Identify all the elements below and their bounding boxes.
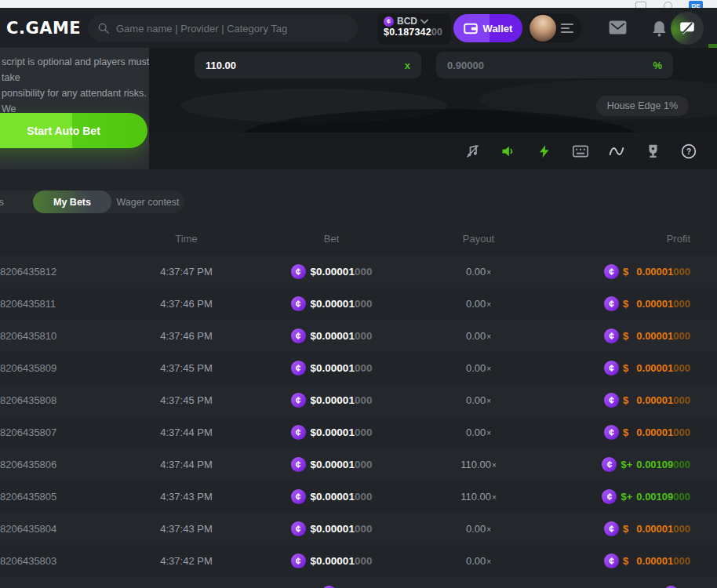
table-row[interactable]: 8206435809 4:37:45 PM ¢ $0.00001000 0.00…	[0, 352, 717, 384]
avatar[interactable]	[530, 15, 556, 42]
start-auto-bet-button[interactable]: Start Auto Bet	[0, 113, 147, 148]
bet-payout: 0.00×	[408, 330, 549, 342]
bet-time: 4:37:42 PM	[118, 555, 255, 567]
table-row[interactable]: 8206435805 4:37:43 PM ¢ $0.00001000 110.…	[0, 481, 717, 513]
table-header: Time Bet Payout Profit	[0, 233, 717, 245]
table-row[interactable]: ¢ ¢	[0, 577, 717, 588]
bcd-coin-icon: ¢	[604, 521, 619, 536]
site-header: C.GAME ¢ BCD $0.18734200 Wallet	[0, 8, 717, 48]
table-row[interactable]: 8206435804 4:37:43 PM ¢ $0.00001000 0.00…	[0, 513, 717, 545]
multiplier-suffix: x	[405, 60, 410, 71]
bet-time: 4:37:44 PM	[118, 459, 255, 470]
table-row[interactable]: 8206435803 4:37:42 PM ¢ $0.00001000 0.00…	[0, 545, 717, 577]
bet-amount: ¢ $0.00001000	[255, 521, 408, 536]
bet-payout: 110.00×	[408, 459, 549, 470]
table-row[interactable]: 8206435810 4:37:46 PM ¢ $0.00001000 0.00…	[0, 320, 717, 352]
browser-profile-icon[interactable]	[664, 2, 672, 8]
game-canvas-area: x % House Edge 1%	[149, 48, 717, 169]
search-icon	[97, 22, 110, 34]
bet-amount: ¢ $0.00001000	[255, 554, 408, 568]
bet-time: 4:37:45 PM	[118, 394, 255, 406]
bcd-coin-icon: ¢	[604, 296, 619, 311]
bet-id: 8206435812	[0, 266, 118, 278]
search-bar[interactable]	[88, 15, 358, 42]
payout-input-field[interactable]: x	[195, 52, 421, 78]
chat-off-icon	[679, 20, 695, 36]
trophy-icon[interactable]	[645, 143, 661, 159]
hotkeys-keyboard-icon[interactable]	[573, 143, 588, 159]
payout-input[interactable]	[206, 60, 405, 71]
user-menu[interactable]	[528, 13, 581, 43]
bet-payout: 0.00×	[408, 523, 549, 535]
site-logo[interactable]: C.GAME	[6, 19, 81, 38]
table-row[interactable]: 8206435812 4:37:47 PM ¢ $0.00001000 0.00…	[0, 256, 717, 288]
bets-table-body: 8206435812 4:37:47 PM ¢ $0.00001000 0.00…	[0, 256, 717, 588]
win-chance-input-field[interactable]: %	[436, 52, 673, 78]
bcd-coin-icon: ¢	[291, 489, 306, 504]
bet-id: 8206435803	[0, 555, 118, 567]
translate-extension-badge[interactable]: DE	[689, 1, 703, 8]
column-header-payout: Payout	[408, 233, 549, 245]
bet-amount: ¢ $0.00001000	[255, 264, 408, 279]
bet-profit: ¢ $0.00001000	[549, 296, 690, 311]
bet-amount: ¢ $0.00001000	[255, 393, 408, 408]
table-row[interactable]: 8206435808 4:37:45 PM ¢ $0.00001000 0.00…	[0, 384, 717, 416]
tab-my-bets[interactable]: My Bets	[33, 191, 111, 213]
bet-time: 4:37:46 PM	[118, 330, 255, 342]
bcd-coin-icon: ¢	[291, 393, 306, 408]
bet-profit: ¢ $0.00001000	[549, 425, 690, 440]
currency-code: BCD	[397, 16, 417, 27]
messages-icon[interactable]	[609, 20, 627, 38]
bet-id: 8206435805	[0, 491, 118, 503]
chat-toggle-button[interactable]	[671, 12, 704, 45]
bet-amount: ¢ $0.00001000	[255, 328, 408, 343]
browser-extension-icon[interactable]	[635, 2, 646, 8]
bet-id: 8206435806	[0, 459, 118, 470]
bet-profit: ¢ $0.00001000	[549, 554, 690, 568]
bet-time: 4:37:44 PM	[118, 426, 255, 438]
bcd-coin-icon: ¢	[604, 264, 619, 279]
bet-amount: ¢ $0.00001000	[255, 361, 408, 376]
bet-profit: ¢ $0.00001000	[549, 361, 690, 376]
wallet-balance: $0.18734200	[384, 27, 445, 38]
bet-payout: 0.00×	[408, 266, 549, 278]
tab-all-bets[interactable]: All Bets	[0, 191, 33, 213]
bet-profit: ¢ $0.00001000	[549, 264, 690, 279]
notifications-bell-icon[interactable]	[652, 20, 667, 40]
help-icon[interactable]: ?	[681, 143, 697, 159]
percent-suffix: %	[653, 60, 662, 71]
search-input[interactable]	[116, 23, 348, 34]
bet-profit: ¢ $+0.00109000	[549, 489, 690, 504]
wallet-button[interactable]: Wallet	[453, 14, 522, 42]
live-stats-icon[interactable]	[609, 143, 624, 159]
bcd-coin-icon: ¢	[291, 361, 306, 376]
table-row[interactable]: 8206435811 4:37:46 PM ¢ $0.00001000 0.00…	[0, 288, 717, 320]
turbo-bolt-icon[interactable]	[537, 143, 552, 159]
bets-history-section: All Bets My Bets Wager contest Time Bet …	[0, 169, 717, 588]
bcd-coin-icon: ¢	[291, 296, 306, 311]
bet-payout: 0.00×	[408, 394, 549, 406]
bcd-coin-icon: ¢	[291, 521, 306, 536]
table-row[interactable]: 8206435807 4:37:44 PM ¢ $0.00001000 0.00…	[0, 416, 717, 448]
bcd-coin-icon: ¢	[602, 489, 617, 504]
currency-selector[interactable]: ¢ BCD $0.18734200	[377, 13, 451, 45]
bcd-coin-icon: ¢	[291, 554, 306, 568]
music-off-icon[interactable]	[464, 143, 480, 159]
bcd-coin-icon: ¢	[291, 457, 306, 472]
tab-wager-contest[interactable]: Wager contest	[111, 191, 184, 213]
bet-time: 4:37:43 PM	[118, 491, 255, 503]
bcd-coin-icon: ¢	[291, 328, 306, 343]
sound-on-icon[interactable]	[500, 143, 516, 159]
bcd-coin-icon: ¢	[384, 16, 394, 27]
bet-amount: ¢ $0.00001000	[255, 489, 408, 504]
bet-time: 4:37:46 PM	[118, 298, 255, 310]
svg-text:?: ?	[686, 147, 691, 155]
menu-icon	[561, 21, 573, 35]
column-header-profit: Profit	[549, 233, 690, 245]
bcd-coin-icon: ¢	[604, 425, 619, 440]
game-toolbar: ?	[149, 132, 717, 169]
bet-id: 8206435807	[0, 426, 118, 438]
bet-payout: 110.00×	[408, 491, 549, 503]
table-row[interactable]: 8206435806 4:37:44 PM ¢ $0.00001000 110.…	[0, 448, 717, 481]
win-chance-input[interactable]	[447, 60, 653, 71]
